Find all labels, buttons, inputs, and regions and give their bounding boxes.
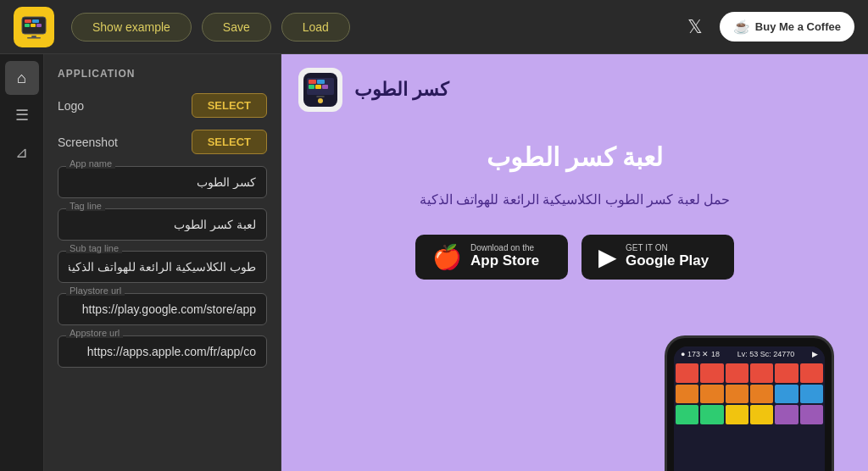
store-buttons: 🍎 Download on the App Store ▶ GET IT ON … xyxy=(415,235,734,280)
twitter-button[interactable]: 𝕏 xyxy=(681,13,709,42)
game-block xyxy=(726,363,748,383)
app-name-label: App name xyxy=(66,158,115,169)
game-block xyxy=(726,426,748,446)
sub-tagline-input[interactable] xyxy=(58,251,267,283)
preview-content: لعبة كسر الطوب حمل لعبة كسر الطوب الكلاس… xyxy=(281,125,868,296)
game-block xyxy=(775,446,798,466)
tagline-group: Tag line xyxy=(58,208,267,241)
game-block xyxy=(700,446,723,466)
game-block xyxy=(700,426,723,446)
tagline-input[interactable] xyxy=(58,208,267,241)
svg-rect-5 xyxy=(31,24,36,27)
game-block xyxy=(700,405,723,424)
game-block xyxy=(775,405,798,424)
screenshot-field-row: Screenshot SELECT xyxy=(58,130,267,154)
svg-rect-6 xyxy=(36,24,42,27)
sidebar-ruler-button[interactable]: ⊿ xyxy=(5,136,39,169)
logo-select-button[interactable]: SELECT xyxy=(192,93,267,118)
home-icon: ⌂ xyxy=(17,69,26,87)
game-block xyxy=(800,385,823,404)
save-button[interactable]: Save xyxy=(202,13,271,42)
appstore-button[interactable]: 🍎 Download on the App Store xyxy=(415,235,568,280)
googleplay-big-text: Google Play xyxy=(626,252,709,269)
game-block xyxy=(750,446,773,466)
svg-rect-15 xyxy=(322,85,328,89)
load-button[interactable]: Load xyxy=(281,13,350,42)
game-block xyxy=(676,426,698,446)
sub-tagline-label: Sub tag line xyxy=(66,243,122,253)
googleplay-icon: ▶ xyxy=(598,243,617,271)
show-example-button[interactable]: Show example xyxy=(71,13,192,42)
game-block xyxy=(676,446,698,466)
game-block xyxy=(800,446,823,466)
appstore-label: Appstore url xyxy=(66,328,123,338)
preview-app-name: كسر الطوب xyxy=(354,79,448,101)
coffee-icon: ☕ xyxy=(733,19,750,35)
main-area: ⌂ ☰ ⊿ APPLICATION Logo SELECT Screenshot… xyxy=(0,54,868,471)
svg-rect-11 xyxy=(309,80,316,84)
tagline-label: Tag line xyxy=(66,201,105,211)
twitter-icon: 𝕏 xyxy=(687,16,703,37)
preview-subtitle: حمل لعبة كسر الطوب الكلاسيكية الرائعة لل… xyxy=(420,189,730,211)
app-name-group: App name xyxy=(58,166,267,198)
googleplay-button[interactable]: ▶ GET IT ON Google Play xyxy=(581,235,734,280)
playstore-url-group: Playstore url xyxy=(58,293,267,325)
sub-tagline-group: Sub tag line xyxy=(58,251,267,283)
game-block xyxy=(775,426,798,446)
toolbar: Show example Save Load 𝕏 ☕ Buy Me a Coff… xyxy=(0,0,868,54)
left-panel: APPLICATION Logo SELECT Screenshot SELEC… xyxy=(44,54,281,471)
app-name-input[interactable] xyxy=(58,166,267,198)
svg-rect-2 xyxy=(25,19,31,23)
svg-rect-7 xyxy=(31,36,36,37)
svg-rect-3 xyxy=(32,19,39,23)
screenshot-label: Screenshot xyxy=(58,136,118,149)
game-grid xyxy=(674,362,825,468)
game-block xyxy=(676,363,698,383)
game-block xyxy=(700,363,723,383)
game-block xyxy=(750,426,773,446)
svg-rect-12 xyxy=(317,80,325,84)
game-block xyxy=(800,363,823,383)
playstore-label: Playstore url xyxy=(66,285,125,296)
game-block xyxy=(726,405,748,424)
game-block xyxy=(676,405,698,424)
ruler-icon: ⊿ xyxy=(15,143,28,162)
sidebar-list-button[interactable]: ☰ xyxy=(5,98,39,132)
panel-title: APPLICATION xyxy=(58,68,267,80)
screenshot-select-button[interactable]: SELECT xyxy=(192,130,267,154)
appstore-small-text: Download on the xyxy=(470,243,539,252)
phone-mockup: ● 173 ✕ 18 Lv: 53 Sc: 24770 ▶ xyxy=(665,335,834,471)
logo-field-row: Logo SELECT xyxy=(58,93,267,118)
phone-screen: ● 173 ✕ 18 Lv: 53 Sc: 24770 ▶ xyxy=(674,346,825,471)
game-block xyxy=(700,385,723,404)
game-block xyxy=(800,426,823,446)
status-right: ▶ xyxy=(812,350,818,358)
game-block xyxy=(775,385,798,404)
game-block xyxy=(800,405,823,424)
screenshot-preview: ● 173 ✕ 18 Lv: 53 Sc: 24770 ▶ xyxy=(665,335,834,471)
svg-rect-14 xyxy=(315,85,321,89)
logo-label: Logo xyxy=(58,99,84,113)
svg-point-16 xyxy=(318,98,323,103)
preview-area: كسر الطوب لعبة كسر الطوب حمل لعبة كسر ال… xyxy=(281,54,868,471)
sidebar-home-button[interactable]: ⌂ xyxy=(5,61,39,95)
game-block xyxy=(676,385,698,404)
appstore-input[interactable] xyxy=(58,335,267,368)
game-block xyxy=(726,385,748,404)
appstore-url-group: Appstore url xyxy=(58,335,267,368)
appstore-big-text: App Store xyxy=(470,252,539,269)
game-block xyxy=(750,405,773,424)
buy-coffee-button[interactable]: ☕ Buy Me a Coffee xyxy=(720,12,854,42)
status-left: ● 173 ✕ 18 xyxy=(681,350,720,358)
list-icon: ☰ xyxy=(15,106,29,125)
svg-rect-13 xyxy=(309,85,314,89)
svg-rect-4 xyxy=(25,24,30,27)
status-mid: Lv: 53 Sc: 24770 xyxy=(737,350,795,358)
playstore-input[interactable] xyxy=(58,293,267,325)
game-block xyxy=(750,363,773,383)
game-block xyxy=(750,385,773,404)
icon-sidebar: ⌂ ☰ ⊿ xyxy=(0,54,44,471)
phone-status-bar: ● 173 ✕ 18 Lv: 53 Sc: 24770 ▶ xyxy=(674,346,825,362)
svg-rect-8 xyxy=(27,37,41,39)
apple-icon: 🍎 xyxy=(432,243,462,271)
